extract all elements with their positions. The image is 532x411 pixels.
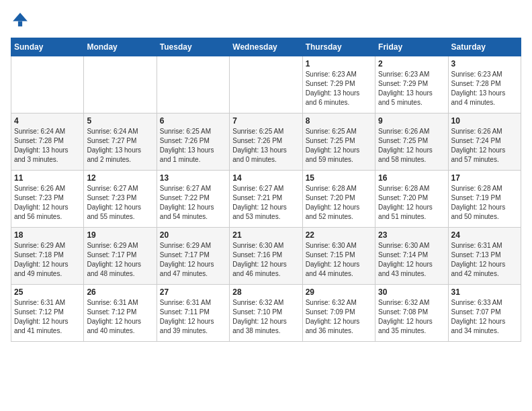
svg-marker-0 bbox=[13, 13, 28, 21]
calendar-cell: 13Sunrise: 6:27 AM Sunset: 7:22 PM Dayli… bbox=[157, 171, 229, 228]
day-info: Sunrise: 6:31 AM Sunset: 7:12 PM Dayligh… bbox=[14, 298, 81, 336]
day-number: 29 bbox=[306, 287, 372, 297]
calendar-cell: 28Sunrise: 6:32 AM Sunset: 7:10 PM Dayli… bbox=[230, 285, 302, 342]
day-number: 9 bbox=[378, 116, 445, 126]
calendar-week-row: 18Sunrise: 6:29 AM Sunset: 7:18 PM Dayli… bbox=[11, 228, 521, 285]
calendar-cell: 10Sunrise: 6:26 AM Sunset: 7:24 PM Dayli… bbox=[448, 113, 521, 171]
weekday-header: Tuesday bbox=[157, 38, 229, 56]
day-number: 3 bbox=[451, 59, 518, 68]
day-number: 7 bbox=[232, 116, 299, 126]
day-number: 11 bbox=[14, 173, 81, 183]
day-info: Sunrise: 6:31 AM Sunset: 7:11 PM Dayligh… bbox=[160, 298, 226, 336]
day-info: Sunrise: 6:32 AM Sunset: 7:08 PM Dayligh… bbox=[378, 298, 445, 336]
weekday-header: Wednesday bbox=[230, 38, 302, 56]
calendar-cell: 4Sunrise: 6:24 AM Sunset: 7:28 PM Daylig… bbox=[11, 113, 84, 171]
day-number: 18 bbox=[14, 230, 81, 240]
day-number: 19 bbox=[87, 230, 153, 240]
day-number: 13 bbox=[160, 173, 226, 183]
weekday-header: Monday bbox=[84, 38, 157, 56]
calendar-cell: 23Sunrise: 6:30 AM Sunset: 7:14 PM Dayli… bbox=[375, 228, 448, 285]
day-number: 14 bbox=[232, 173, 299, 183]
calendar-cell: 6Sunrise: 6:25 AM Sunset: 7:26 PM Daylig… bbox=[157, 113, 229, 171]
day-number: 27 bbox=[160, 287, 226, 297]
day-info: Sunrise: 6:29 AM Sunset: 7:18 PM Dayligh… bbox=[14, 241, 81, 279]
calendar-week-row: 4Sunrise: 6:24 AM Sunset: 7:28 PM Daylig… bbox=[11, 113, 521, 171]
day-info: Sunrise: 6:28 AM Sunset: 7:20 PM Dayligh… bbox=[378, 184, 445, 222]
calendar-week-row: 1Sunrise: 6:23 AM Sunset: 7:29 PM Daylig… bbox=[11, 56, 521, 113]
calendar-cell: 29Sunrise: 6:32 AM Sunset: 7:09 PM Dayli… bbox=[302, 285, 375, 342]
day-info: Sunrise: 6:28 AM Sunset: 7:20 PM Dayligh… bbox=[306, 184, 372, 222]
logo bbox=[11, 11, 32, 30]
day-info: Sunrise: 6:30 AM Sunset: 7:15 PM Dayligh… bbox=[306, 241, 372, 279]
day-number: 1 bbox=[306, 59, 372, 68]
day-number: 6 bbox=[160, 116, 226, 126]
calendar-week-row: 11Sunrise: 6:26 AM Sunset: 7:23 PM Dayli… bbox=[11, 171, 521, 228]
day-info: Sunrise: 6:25 AM Sunset: 7:26 PM Dayligh… bbox=[232, 127, 299, 165]
svg-rect-1 bbox=[18, 21, 22, 27]
calendar-cell: 31Sunrise: 6:33 AM Sunset: 7:07 PM Dayli… bbox=[448, 285, 521, 342]
calendar-week-row: 25Sunrise: 6:31 AM Sunset: 7:12 PM Dayli… bbox=[11, 285, 521, 342]
calendar-cell: 12Sunrise: 6:27 AM Sunset: 7:23 PM Dayli… bbox=[84, 171, 157, 228]
day-info: Sunrise: 6:32 AM Sunset: 7:09 PM Dayligh… bbox=[306, 298, 372, 336]
day-number: 4 bbox=[14, 116, 81, 126]
day-info: Sunrise: 6:31 AM Sunset: 7:13 PM Dayligh… bbox=[451, 241, 518, 279]
calendar-cell: 1Sunrise: 6:23 AM Sunset: 7:29 PM Daylig… bbox=[302, 56, 375, 113]
calendar-cell: 14Sunrise: 6:27 AM Sunset: 7:21 PM Dayli… bbox=[230, 171, 302, 228]
day-info: Sunrise: 6:26 AM Sunset: 7:25 PM Dayligh… bbox=[378, 127, 445, 165]
day-number: 31 bbox=[451, 287, 518, 297]
day-number: 12 bbox=[87, 173, 153, 183]
day-number: 2 bbox=[378, 59, 445, 68]
day-number: 26 bbox=[87, 287, 153, 297]
day-info: Sunrise: 6:32 AM Sunset: 7:10 PM Dayligh… bbox=[232, 298, 299, 336]
calendar-cell: 8Sunrise: 6:25 AM Sunset: 7:25 PM Daylig… bbox=[302, 113, 375, 171]
calendar-cell: 7Sunrise: 6:25 AM Sunset: 7:26 PM Daylig… bbox=[230, 113, 302, 171]
day-number: 30 bbox=[378, 287, 445, 297]
day-info: Sunrise: 6:28 AM Sunset: 7:19 PM Dayligh… bbox=[451, 184, 518, 222]
calendar-cell bbox=[11, 56, 84, 113]
calendar-cell: 18Sunrise: 6:29 AM Sunset: 7:18 PM Dayli… bbox=[11, 228, 84, 285]
day-info: Sunrise: 6:31 AM Sunset: 7:12 PM Dayligh… bbox=[87, 298, 153, 336]
day-number: 21 bbox=[232, 230, 299, 240]
calendar-cell: 22Sunrise: 6:30 AM Sunset: 7:15 PM Dayli… bbox=[302, 228, 375, 285]
calendar-cell: 15Sunrise: 6:28 AM Sunset: 7:20 PM Dayli… bbox=[302, 171, 375, 228]
day-info: Sunrise: 6:30 AM Sunset: 7:14 PM Dayligh… bbox=[378, 241, 445, 279]
day-number: 10 bbox=[451, 116, 518, 126]
weekday-header: Thursday bbox=[302, 38, 375, 56]
day-info: Sunrise: 6:23 AM Sunset: 7:29 PM Dayligh… bbox=[306, 70, 372, 107]
day-info: Sunrise: 6:24 AM Sunset: 7:28 PM Dayligh… bbox=[14, 127, 81, 165]
day-number: 8 bbox=[306, 116, 372, 126]
day-info: Sunrise: 6:23 AM Sunset: 7:28 PM Dayligh… bbox=[451, 70, 518, 107]
day-number: 23 bbox=[378, 230, 445, 240]
weekday-header: Sunday bbox=[11, 38, 84, 56]
day-number: 17 bbox=[451, 173, 518, 183]
day-info: Sunrise: 6:30 AM Sunset: 7:16 PM Dayligh… bbox=[232, 241, 299, 279]
calendar-cell: 2Sunrise: 6:23 AM Sunset: 7:29 PM Daylig… bbox=[375, 56, 448, 113]
calendar-table: SundayMondayTuesdayWednesdayThursdayFrid… bbox=[11, 38, 521, 342]
day-number: 16 bbox=[378, 173, 445, 183]
calendar-cell: 5Sunrise: 6:24 AM Sunset: 7:27 PM Daylig… bbox=[84, 113, 157, 171]
day-info: Sunrise: 6:25 AM Sunset: 7:26 PM Dayligh… bbox=[160, 127, 226, 165]
page-header bbox=[11, 11, 521, 30]
day-number: 24 bbox=[451, 230, 518, 240]
calendar-cell: 25Sunrise: 6:31 AM Sunset: 7:12 PM Dayli… bbox=[11, 285, 84, 342]
day-info: Sunrise: 6:24 AM Sunset: 7:27 PM Dayligh… bbox=[87, 127, 153, 165]
day-info: Sunrise: 6:33 AM Sunset: 7:07 PM Dayligh… bbox=[451, 298, 518, 336]
calendar-cell: 19Sunrise: 6:29 AM Sunset: 7:17 PM Dayli… bbox=[84, 228, 157, 285]
calendar-cell: 27Sunrise: 6:31 AM Sunset: 7:11 PM Dayli… bbox=[157, 285, 229, 342]
day-number: 22 bbox=[306, 230, 372, 240]
day-number: 28 bbox=[232, 287, 299, 297]
calendar-cell: 17Sunrise: 6:28 AM Sunset: 7:19 PM Dayli… bbox=[448, 171, 521, 228]
calendar-cell: 16Sunrise: 6:28 AM Sunset: 7:20 PM Dayli… bbox=[375, 171, 448, 228]
weekday-header-row: SundayMondayTuesdayWednesdayThursdayFrid… bbox=[11, 38, 521, 56]
calendar-cell: 21Sunrise: 6:30 AM Sunset: 7:16 PM Dayli… bbox=[230, 228, 302, 285]
day-info: Sunrise: 6:27 AM Sunset: 7:22 PM Dayligh… bbox=[160, 184, 226, 222]
day-info: Sunrise: 6:29 AM Sunset: 7:17 PM Dayligh… bbox=[160, 241, 226, 279]
day-info: Sunrise: 6:26 AM Sunset: 7:23 PM Dayligh… bbox=[14, 184, 81, 222]
calendar-cell: 9Sunrise: 6:26 AM Sunset: 7:25 PM Daylig… bbox=[375, 113, 448, 171]
day-info: Sunrise: 6:27 AM Sunset: 7:23 PM Dayligh… bbox=[87, 184, 153, 222]
calendar-cell: 20Sunrise: 6:29 AM Sunset: 7:17 PM Dayli… bbox=[157, 228, 229, 285]
calendar-cell: 30Sunrise: 6:32 AM Sunset: 7:08 PM Dayli… bbox=[375, 285, 448, 342]
weekday-header: Saturday bbox=[448, 38, 521, 56]
logo-icon bbox=[11, 11, 30, 30]
calendar-cell: 3Sunrise: 6:23 AM Sunset: 7:28 PM Daylig… bbox=[448, 56, 521, 113]
